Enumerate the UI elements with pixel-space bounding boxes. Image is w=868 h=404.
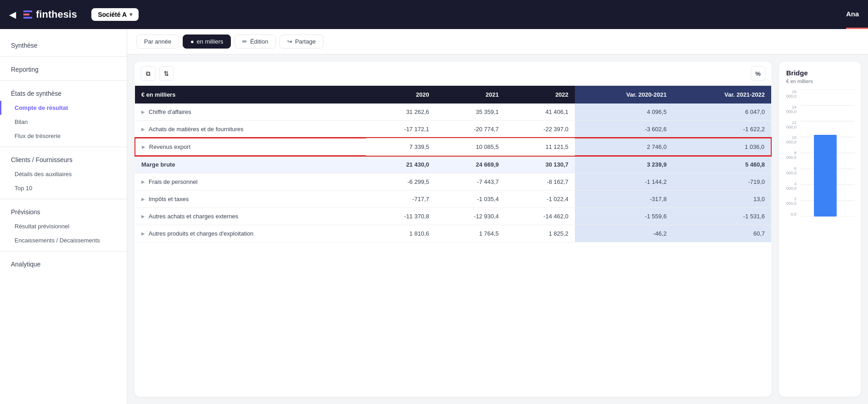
table-cell-value: 5 460,8: [673, 156, 771, 173]
table-cell-value: -14 462,0: [505, 208, 575, 225]
bridge-panel: Bridge € en milliers 16 000,014 000,012 …: [779, 62, 861, 397]
sidebar-section-etats-synthese: États de synthèse: [0, 84, 127, 101]
row-label-text: Frais de personnel: [149, 178, 198, 185]
sidebar-item-encaissements[interactable]: Encaissements / Décaissements: [0, 233, 127, 247]
table-scroll[interactable]: € en milliers 2020 2021 2022 Var. 2020-2…: [135, 86, 772, 397]
bridge-y-axis: 16 000,014 000,012 000,010 000,08 000,06…: [786, 89, 798, 217]
table-cell-value: -317,8: [575, 191, 673, 208]
sidebar-item-compte-resultat[interactable]: Compte de résultat: [0, 101, 127, 115]
bridge-y-label: 8 000,0: [786, 151, 797, 160]
sidebar-item-resultat-previsionnel[interactable]: Résultat prévisionnel: [0, 219, 127, 233]
table-cell-label: ▶Revenus export: [135, 138, 366, 156]
sidebar-item-reporting[interactable]: Reporting: [0, 60, 127, 77]
copy-button[interactable]: ⧉: [141, 66, 155, 81]
table-cell-value: -6 299,5: [366, 173, 435, 191]
sort-button[interactable]: ⇅: [159, 66, 174, 81]
table-cell-value: 24 669,9: [435, 156, 505, 173]
table-cell-value: 35 359,1: [435, 103, 505, 121]
table-cell-label: ▶Autres achats et charges externes: [135, 208, 366, 225]
table-cell-label: ▶Chiffre d'affaires: [135, 103, 366, 121]
sidebar-section-previsions: Prévisions: [0, 203, 127, 219]
par-annee-label: Par année: [144, 38, 171, 45]
table-cell-value: 7 339,5: [366, 138, 435, 156]
table-cell-value: -11 370,8: [366, 208, 435, 225]
expand-icon[interactable]: ▶: [141, 197, 145, 202]
col-header-2022: 2022: [505, 86, 575, 103]
table-cell-value: -46,2: [575, 225, 673, 242]
table-cell-label: ▶Impôts et taxes: [135, 191, 366, 208]
bridge-chart: 16 000,014 000,012 000,010 000,08 000,06…: [786, 89, 853, 389]
table-cell-value: 30 130,7: [505, 156, 575, 173]
table-cell-value: 1 764,5: [435, 225, 505, 242]
logo-icon: [23, 10, 32, 19]
table-cell-value: -717,7: [366, 191, 435, 208]
table-cell-value: -3 602,6: [575, 121, 673, 138]
row-label-text: Marge brute: [141, 161, 175, 168]
sidebar-item-top10[interactable]: Top 10: [0, 181, 127, 195]
col-header-2020: 2020: [366, 86, 435, 103]
table-cell-value: 1 810,6: [366, 225, 435, 242]
bridge-y-label: 16 000,0: [786, 89, 797, 99]
table-cell-value: -7 443,7: [435, 173, 505, 191]
sidebar-item-bilan[interactable]: Bilan: [0, 115, 127, 129]
expand-icon[interactable]: ▶: [141, 179, 145, 184]
col-header-label: € en milliers: [135, 86, 366, 103]
table-cell-value: 11 121,5: [505, 138, 575, 156]
table-cell-value: 60,7: [673, 225, 771, 242]
sidebar-item-flux-tresorerie[interactable]: Flux de trésorerie: [0, 129, 127, 143]
table-cell-value: -719,0: [673, 173, 771, 191]
table-cell-value: 21 430,0: [366, 156, 435, 173]
sidebar: Synthèse Reporting États de synthèse Com…: [0, 29, 127, 404]
bridge-y-label: 14 000,0: [786, 105, 797, 114]
sidebar-item-details-auxiliaires[interactable]: Détails des auxiliaires: [0, 167, 127, 181]
user-label: Ana: [846, 0, 868, 29]
bridge-subtitle: € en milliers: [786, 79, 853, 84]
expand-icon[interactable]: ▶: [141, 231, 145, 236]
row-label-text: Achats de matières et de fournitures: [149, 126, 244, 133]
row-label-text: Chiffre d'affaires: [149, 108, 191, 115]
en-milliers-label: en milliers: [197, 38, 224, 45]
edition-button[interactable]: ✏ Édition: [234, 34, 276, 49]
chevron-down-icon: ▾: [130, 11, 132, 18]
milliers-icon: ●: [190, 38, 194, 45]
pct-button[interactable]: %: [751, 66, 765, 81]
table-cell-value: 4 096,5: [575, 103, 673, 121]
table-cell-value: -8 162,7: [505, 173, 575, 191]
sidebar-item-synthese[interactable]: Synthèse: [0, 36, 127, 53]
table-cell-value: 31 262,6: [366, 103, 435, 121]
bridge-y-label: 0,0: [786, 212, 797, 217]
user-area: Ana: [846, 0, 868, 29]
expand-icon[interactable]: ▶: [142, 144, 145, 149]
table-cell-label: ▶Frais de personnel: [135, 173, 366, 191]
bridge-y-label: 10 000,0: [786, 135, 797, 144]
expand-icon[interactable]: ▶: [141, 214, 145, 219]
table-cell-value: -1 559,6: [575, 208, 673, 225]
main-content: ⧉ ⇅ % € en milliers 2020 2021 2022 Var. …: [127, 54, 868, 404]
table-cell-value: -20 774,7: [435, 121, 505, 138]
financial-table: € en milliers 2020 2021 2022 Var. 2020-2…: [135, 86, 772, 242]
en-milliers-button[interactable]: ● en milliers: [183, 34, 231, 49]
row-label-text: Autres achats et charges externes: [149, 213, 238, 220]
bridge-svg: B: [800, 89, 855, 217]
par-annee-button[interactable]: Par année: [136, 34, 179, 49]
table-card: ⧉ ⇅ % € en milliers 2020 2021 2022 Var. …: [135, 62, 772, 397]
sidebar-section-clients-fournisseurs: Clients / Fournisseurs: [0, 151, 127, 167]
table-cell-value: -17 172,1: [366, 121, 435, 138]
partage-icon: ↪: [287, 38, 292, 45]
col-header-var-2020-2021: Var. 2020-2021: [575, 86, 673, 103]
back-button[interactable]: ◀: [9, 9, 16, 20]
table-cell-value: 1 036,0: [673, 138, 771, 156]
expand-icon[interactable]: ▶: [141, 127, 145, 132]
table-cell-value: -1 022,4: [505, 191, 575, 208]
table-cell-value: -1 531,6: [673, 208, 771, 225]
table-cell-label: Marge brute: [135, 156, 366, 173]
table-cell-value: 13,0: [673, 191, 771, 208]
partage-button[interactable]: ↪ Partage: [279, 34, 324, 49]
expand-icon[interactable]: ▶: [141, 109, 145, 114]
col-header-var-2021-2022: Var. 2021-2022: [673, 86, 771, 103]
table-toolbar: ⧉ ⇅ %: [135, 62, 772, 86]
company-selector[interactable]: Société A ▾: [91, 8, 138, 21]
top-navigation: ◀ finthesis Société A ▾ Ana: [0, 0, 868, 29]
bridge-y-label: 6 000,0: [786, 166, 797, 175]
table-cell-value: 41 406,1: [505, 103, 575, 121]
